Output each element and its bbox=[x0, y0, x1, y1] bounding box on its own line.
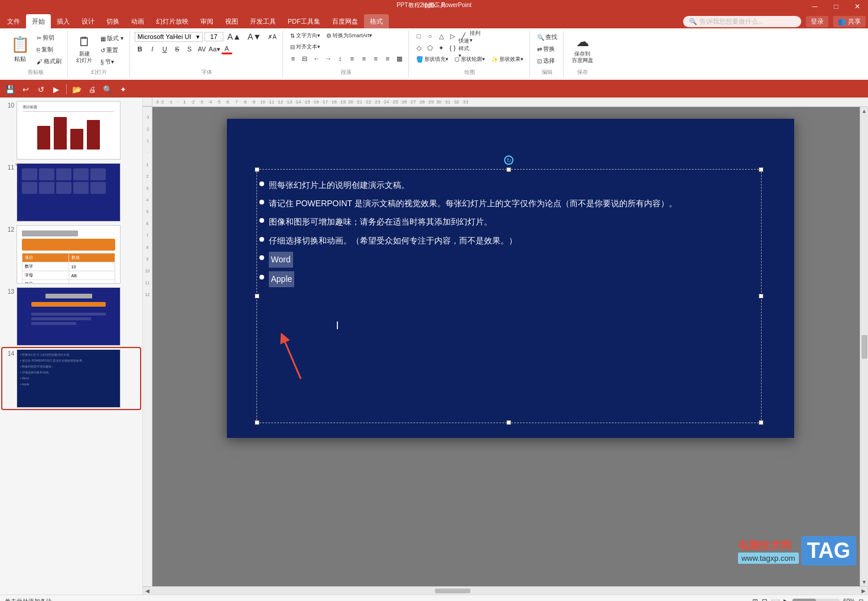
paste-btn[interactable]: 📋 粘贴 bbox=[7, 33, 33, 66]
vertical-scrollbar[interactable]: ▲ ▼ bbox=[860, 107, 868, 586]
font-family-selector[interactable]: Microsoft YaHei UI ▾ bbox=[135, 32, 203, 42]
convert-smartart-btn[interactable]: ⚙ 转换为SmartArt▾ bbox=[324, 31, 375, 41]
tab-insert[interactable]: 插入 bbox=[51, 14, 76, 28]
shadow-btn[interactable]: S bbox=[184, 44, 195, 54]
fit-window-btn[interactable]: ⊡ bbox=[859, 598, 863, 601]
handle-mr[interactable] bbox=[759, 294, 763, 298]
change-case-btn[interactable]: Aa▾ bbox=[209, 44, 220, 54]
underline-btn[interactable]: U bbox=[160, 44, 170, 54]
handle-tl[interactable] bbox=[255, 167, 259, 172]
reset-btn[interactable]: ↺ 重置 bbox=[98, 45, 126, 56]
slide-view-reading-btn[interactable]: 📖 bbox=[771, 597, 780, 602]
qa-redo-btn[interactable]: ↺ bbox=[34, 83, 47, 96]
justify-btn[interactable]: ≡ bbox=[382, 53, 393, 64]
search-box[interactable]: 🔍 告诉我您想要做什么... bbox=[683, 16, 801, 27]
handle-bl[interactable] bbox=[255, 420, 259, 425]
qa-custom-btn[interactable]: ✦ bbox=[116, 83, 129, 96]
notes-placeholder[interactable]: 单击此处添加备注 bbox=[5, 597, 52, 602]
format-painter-btn[interactable]: 🖌 格式刷 bbox=[34, 56, 64, 67]
minimize-btn[interactable]: ─ bbox=[804, 0, 825, 13]
quick-styles-btn[interactable]: 快速样式▾ bbox=[459, 43, 469, 53]
strikethrough-btn[interactable]: S bbox=[172, 44, 183, 54]
text-direction-btn[interactable]: ⇅ 文字方向▾ bbox=[288, 31, 323, 41]
bold-btn[interactable]: B bbox=[135, 44, 145, 54]
tab-review[interactable]: 审阅 bbox=[194, 14, 219, 28]
slide-item-13[interactable]: 13 bbox=[2, 286, 140, 347]
slide-item-11[interactable]: 11★ bbox=[2, 162, 140, 223]
replace-btn[interactable]: ⇄ 替换 bbox=[535, 44, 557, 54]
handle-tr[interactable] bbox=[759, 167, 763, 172]
numbering-btn[interactable]: ⊟ bbox=[300, 53, 310, 64]
slide-view-normal-btn[interactable]: ⊞ bbox=[752, 597, 758, 602]
indent-decrease-btn[interactable]: ← bbox=[311, 53, 322, 64]
qa-undo-btn[interactable]: ↩ bbox=[19, 83, 32, 96]
tab-view[interactable]: 视图 bbox=[219, 14, 244, 28]
login-btn[interactable]: 登录 bbox=[806, 16, 828, 27]
qa-present-btn[interactable]: ▶ bbox=[50, 83, 63, 96]
tab-animations[interactable]: 动画 bbox=[125, 14, 150, 28]
handle-tm[interactable] bbox=[506, 167, 511, 172]
shape-diamond-btn[interactable]: ◇ bbox=[414, 43, 424, 53]
tab-design[interactable]: 设计 bbox=[76, 14, 100, 28]
italic-btn[interactable]: I bbox=[147, 44, 158, 54]
shape-fill-btn[interactable]: 🪣 形状填充▾ bbox=[414, 54, 451, 64]
tab-pdf[interactable]: PDF工具集 bbox=[282, 14, 326, 28]
shape-bracket-btn[interactable]: { } bbox=[447, 43, 458, 53]
slide-item-10[interactable]: 10 图示标题 bbox=[2, 100, 140, 161]
restore-btn[interactable]: □ bbox=[825, 0, 847, 13]
handle-ml[interactable] bbox=[255, 294, 259, 298]
scroll-up-btn[interactable]: ▲ bbox=[862, 108, 867, 114]
tab-transitions[interactable]: 切换 bbox=[100, 14, 125, 28]
hscroll-left-btn[interactable]: ◀ bbox=[143, 588, 152, 594]
arrange-btn[interactable]: 排列▾ bbox=[470, 31, 480, 41]
shape-star-btn[interactable]: ✦ bbox=[436, 43, 447, 53]
save-baidu-btn[interactable]: ☁ 保存到百度网盘 bbox=[568, 32, 597, 66]
scroll-down-btn[interactable]: ▼ bbox=[862, 579, 867, 585]
slide-view-sorter-btn[interactable]: ⊟ bbox=[762, 597, 768, 602]
qa-open-btn[interactable]: 📂 bbox=[70, 83, 83, 96]
columns-btn[interactable]: ▦ bbox=[394, 53, 405, 64]
align-left-btn[interactable]: ≡ bbox=[347, 53, 357, 64]
slide-view-presenter-btn[interactable]: ▶ bbox=[784, 597, 789, 602]
shape-triangle-btn[interactable]: △ bbox=[436, 31, 447, 41]
slide-item-12[interactable]: 12 项目数值 数字10 字母AB 符号## bbox=[2, 224, 140, 285]
handle-br[interactable] bbox=[759, 420, 763, 425]
font-size-decrease-btn[interactable]: A▼ bbox=[245, 31, 264, 43]
find-btn[interactable]: 🔍 查找 bbox=[535, 32, 560, 43]
section-btn[interactable]: § 节▾ bbox=[98, 57, 126, 67]
font-size-selector[interactable]: 17 bbox=[204, 32, 223, 41]
share-btn[interactable]: 👥 共享 bbox=[833, 16, 866, 27]
tab-slideshow[interactable]: 幻灯片放映 bbox=[150, 14, 194, 28]
clear-format-btn[interactable]: ✗A bbox=[265, 33, 279, 41]
hscroll-thumb[interactable] bbox=[435, 589, 470, 593]
shape-rect-btn[interactable]: □ bbox=[414, 31, 424, 41]
qa-print-btn[interactable]: 🖨 bbox=[86, 83, 99, 96]
slide-canvas[interactable]: ↻ 照每张幻灯片上的说明创建演示文稿。 请记住 POWERPOINT 是演示文稿… bbox=[227, 119, 794, 438]
close-btn[interactable]: ✕ bbox=[847, 0, 868, 13]
align-center-btn[interactable]: ≡ bbox=[359, 53, 369, 64]
handle-rotate[interactable]: ↻ bbox=[504, 155, 513, 165]
line-spacing-btn[interactable]: ↕ bbox=[335, 53, 346, 64]
cut-btn[interactable]: ✂ 剪切 bbox=[34, 33, 64, 43]
scroll-thumb[interactable] bbox=[862, 335, 867, 359]
shape-effects-btn[interactable]: ✨ 形状效果▾ bbox=[489, 54, 526, 64]
zoom-slider[interactable] bbox=[792, 599, 840, 602]
shape-arrow-right-btn[interactable]: ▷ bbox=[447, 31, 458, 41]
tab-home[interactable]: 开始 bbox=[26, 14, 51, 28]
copy-btn[interactable]: ⎘ 复制 bbox=[34, 44, 64, 55]
font-color-btn[interactable]: A bbox=[222, 44, 232, 54]
tab-developer[interactable]: 开发工具 bbox=[244, 14, 282, 28]
new-slide-btn[interactable]: 🗒 新建幻灯片 bbox=[73, 32, 96, 66]
slide-text-content[interactable]: 照每张幻灯片上的说明创建演示文稿。 请记住 POWERPOINT 是演示文稿的视… bbox=[259, 178, 759, 291]
select-btn[interactable]: ⊡ 选择 bbox=[535, 56, 557, 66]
handle-bm[interactable] bbox=[506, 420, 511, 425]
char-spacing-btn[interactable]: AV bbox=[197, 44, 207, 54]
bullets-btn[interactable]: ≡ bbox=[288, 53, 298, 64]
shape-circle-btn[interactable]: ○ bbox=[425, 31, 435, 41]
qa-save-btn[interactable]: 💾 bbox=[4, 83, 17, 96]
qa-search-btn[interactable]: 🔍 bbox=[101, 83, 114, 96]
hscroll-right-btn[interactable]: ▶ bbox=[859, 588, 868, 594]
font-size-increase-btn[interactable]: A▲ bbox=[225, 31, 243, 43]
shape-outline-btn[interactable]: ⬡ 形状轮廓▾ bbox=[452, 54, 487, 64]
slide-item-14[interactable]: 14 • 照每张幻灯片上的说明创建演示文稿。 • 请记住 POWERPOINT … bbox=[2, 348, 140, 409]
